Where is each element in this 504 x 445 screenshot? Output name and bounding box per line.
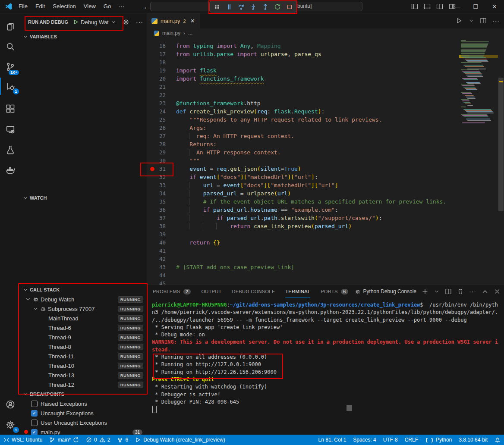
line-gutter[interactable]: 17 bbox=[147, 50, 176, 58]
step-out-button[interactable] bbox=[260, 2, 271, 12]
checkbox[interactable] bbox=[31, 401, 38, 407]
checkbox[interactable]: ✓ bbox=[31, 410, 38, 417]
terminal-output[interactable]: pierrick@LAPTOP-HKU5PNNG:~/git/add-ons-s… bbox=[147, 299, 498, 435]
status-remote-indicator[interactable]: WSL: Ubuntu bbox=[0, 435, 46, 445]
line-gutter[interactable]: 23 bbox=[147, 99, 176, 107]
pause-button[interactable] bbox=[224, 2, 234, 12]
minimize-button[interactable]: — bbox=[447, 0, 466, 13]
breakpoint-row[interactable]: User Uncaught Exceptions bbox=[21, 418, 147, 427]
line-gutter[interactable]: 34 bbox=[147, 189, 176, 197]
line-gutter[interactable]: 38 bbox=[147, 222, 176, 230]
sidebar-item-run-and-debug[interactable]: 1 bbox=[0, 78, 21, 95]
callstack-row[interactable]: Thread-11RUNNING bbox=[21, 351, 147, 361]
breakpoints-section-header[interactable]: BREAKPOINTS bbox=[21, 389, 147, 399]
toggle-sidebar-icon[interactable] bbox=[411, 3, 418, 10]
line-gutter[interactable]: 30 bbox=[147, 157, 176, 165]
status-python-version[interactable]: 3.8.10 64-bit bbox=[455, 435, 491, 445]
call-stack-section-header[interactable]: CALL STACK bbox=[21, 285, 147, 295]
line-gutter[interactable]: 41 bbox=[147, 247, 176, 255]
panel-tab-debug-console[interactable]: DEBUG CONSOLE bbox=[232, 285, 275, 298]
minimap[interactable] bbox=[459, 38, 498, 135]
line-gutter[interactable]: 40 bbox=[147, 238, 176, 247]
line-gutter[interactable]: 16 bbox=[147, 42, 176, 50]
tab-main-py[interactable]: main.py 2 ✕ bbox=[147, 13, 200, 28]
drag-handle-icon[interactable] bbox=[211, 2, 222, 12]
sidebar-item-extensions[interactable] bbox=[0, 100, 21, 117]
callstack-row[interactable]: Thread-6RUNNING bbox=[21, 323, 147, 332]
checkbox[interactable]: ✓ bbox=[31, 429, 38, 435]
more-actions-icon[interactable]: ··· bbox=[136, 19, 143, 25]
maximize-button[interactable]: ☐ bbox=[466, 0, 485, 13]
line-gutter[interactable]: 33 bbox=[147, 181, 176, 189]
menu-selection[interactable]: Selection bbox=[49, 0, 79, 13]
line-gutter[interactable]: 20 bbox=[147, 75, 176, 83]
line-gutter[interactable]: 45 bbox=[147, 279, 176, 285]
variables-section-header[interactable]: VARIABLES bbox=[21, 32, 147, 41]
line-gutter[interactable]: 39 bbox=[147, 230, 176, 238]
status-notifications[interactable] bbox=[491, 435, 504, 445]
status-cursor-position[interactable]: Ln 81, Col 1 bbox=[315, 435, 350, 445]
settings-button[interactable]: 1 bbox=[0, 416, 21, 433]
run-python-file-icon[interactable] bbox=[456, 17, 463, 24]
status-encoding[interactable]: UTF-8 bbox=[380, 435, 401, 445]
line-gutter[interactable]: 32 bbox=[147, 173, 176, 181]
line-gutter[interactable]: 26 bbox=[147, 124, 176, 132]
status-problems[interactable]: 02 bbox=[82, 435, 113, 445]
breakpoint-row[interactable]: ✓Uncaught Exceptions bbox=[21, 408, 147, 418]
chevron-down-icon[interactable] bbox=[434, 288, 440, 295]
status-eol[interactable]: CRLF bbox=[401, 435, 422, 445]
breakpoint-row[interactable]: ✓main.py31 bbox=[21, 427, 147, 435]
step-into-button[interactable] bbox=[248, 2, 258, 12]
callstack-row[interactable]: Thread-13RUNNING bbox=[21, 370, 147, 380]
terminal-scrollbar-thumb[interactable] bbox=[346, 405, 352, 411]
checkbox[interactable] bbox=[31, 420, 38, 426]
line-gutter[interactable]: 35 bbox=[147, 197, 176, 206]
panel-tab-problems[interactable]: PROBLEMS2 bbox=[153, 285, 191, 298]
sidebar-item-explorer[interactable] bbox=[0, 18, 21, 35]
line-gutter[interactable]: 36 bbox=[147, 206, 176, 214]
menu-view[interactable]: View bbox=[80, 0, 100, 13]
step-over-button[interactable] bbox=[236, 2, 246, 12]
callstack-row[interactable]: Debug WatchRUNNING bbox=[21, 295, 147, 304]
close-panel-icon[interactable] bbox=[494, 288, 501, 295]
callstack-row[interactable]: Thread-12RUNNING bbox=[21, 380, 147, 389]
line-gutter[interactable]: 37 bbox=[147, 214, 176, 222]
menu-go[interactable]: Go bbox=[100, 0, 115, 13]
sidebar-item-source-control[interactable]: 1K+ bbox=[0, 58, 21, 75]
split-terminal-icon[interactable] bbox=[445, 288, 452, 295]
callstack-row[interactable]: Thread-9RUNNING bbox=[21, 332, 147, 342]
watch-section-header[interactable]: WATCH bbox=[21, 193, 147, 203]
status-language-mode[interactable]: { }Python bbox=[422, 435, 455, 445]
status-git-branch[interactable]: main* bbox=[46, 435, 82, 445]
menu-more[interactable]: ··· bbox=[115, 0, 128, 13]
panel-tab-output[interactable]: OUTPUT bbox=[201, 285, 221, 298]
panel-tab-terminal[interactable]: TERMINAL bbox=[285, 285, 310, 298]
back-icon[interactable]: ← bbox=[143, 3, 150, 10]
line-gutter[interactable]: 28 bbox=[147, 140, 176, 148]
callstack-row[interactable]: Subprocess 77007RUNNING bbox=[21, 304, 147, 313]
line-gutter[interactable]: 22 bbox=[147, 91, 176, 99]
line-gutter[interactable]: 21 bbox=[147, 83, 176, 91]
sidebar-item-remote-explorer[interactable] bbox=[0, 121, 21, 138]
new-terminal-icon[interactable] bbox=[422, 288, 428, 295]
callstack-row[interactable]: Thread-10RUNNING bbox=[21, 361, 147, 370]
callstack-row[interactable]: Thread-8RUNNING bbox=[21, 342, 147, 351]
restart-button[interactable] bbox=[272, 2, 283, 12]
sidebar-item-testing[interactable] bbox=[0, 141, 21, 158]
breadcrumb-file[interactable]: main.py bbox=[162, 30, 180, 36]
editor-scrollbar[interactable] bbox=[498, 38, 504, 285]
toggle-panel-icon[interactable] bbox=[424, 3, 431, 10]
stop-button[interactable] bbox=[284, 2, 295, 12]
accounts-button[interactable] bbox=[0, 396, 21, 413]
line-gutter[interactable]: 44 bbox=[147, 271, 176, 279]
line-gutter[interactable]: 42 bbox=[147, 255, 176, 263]
line-gutter[interactable]: 27 bbox=[147, 132, 176, 140]
close-button[interactable]: ✕ bbox=[485, 0, 504, 13]
line-gutter[interactable]: 29 bbox=[147, 148, 176, 157]
breakpoint-row[interactable]: Raised Exceptions bbox=[21, 399, 147, 408]
code-editor[interactable]: 16from typing import Any, Mapping17from … bbox=[147, 38, 504, 285]
breadcrumb[interactable]: main.py › ... bbox=[147, 28, 504, 38]
breadcrumb-symbol[interactable]: ... bbox=[188, 30, 192, 36]
run-dropdown-icon[interactable] bbox=[468, 18, 474, 24]
start-debug-icon[interactable] bbox=[73, 19, 79, 25]
